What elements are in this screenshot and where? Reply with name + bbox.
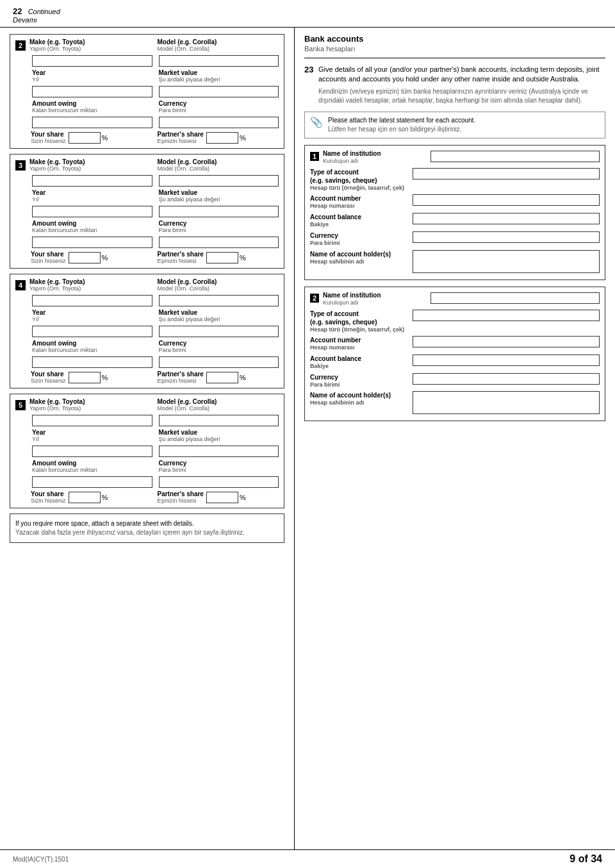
question-23-num: 23 (304, 65, 315, 74)
year-label-tr-2: Yıl (32, 76, 152, 83)
footer-code: Mod(IA)CY(T).1501 (13, 856, 69, 863)
your-share-label-4: Your share (31, 371, 66, 378)
year-input-2[interactable] (32, 86, 152, 97)
question-23-block: 23 Give details of all your (and/or your… (304, 65, 605, 105)
partners-share-label-5: Partner's share (158, 490, 204, 497)
bank-entry-2: 2 Name of institution Kuruluşun adı (304, 287, 605, 422)
model-label-tr-3: Model (Örn. Corolla) (158, 165, 279, 172)
partners-share-input-5[interactable] (206, 492, 238, 503)
currency-field-input-1[interactable] (413, 231, 600, 243)
institution-input-2[interactable] (430, 292, 600, 304)
note-text-tr: Lütfen her hesap için en son bildirgeyi … (328, 125, 475, 134)
amount-input-5[interactable] (32, 476, 152, 488)
your-share-input-5[interactable] (69, 492, 101, 503)
model-input-5[interactable] (159, 415, 279, 426)
your-share-field-4: Your share Sizin hisseniz % (31, 371, 152, 384)
your-share-label-tr-4: Sizin hisseniz (31, 378, 66, 384)
currency-row-2: Currency Para birimi (310, 373, 600, 389)
market-value-label-2: Market value (159, 69, 279, 76)
holder-label-tr-2: Hesap sahibinin adı (310, 399, 413, 407)
holder-input-2[interactable] (413, 391, 600, 414)
year-input-5[interactable] (32, 446, 152, 457)
vehicle-5-year-market: Year Yıl Market value Şu andaki piyasa d… (15, 429, 279, 442)
continued-label-tr: Devamı (13, 16, 37, 24)
currency-input-3[interactable] (159, 237, 279, 248)
account-type-input-1[interactable] (413, 168, 600, 179)
make-input-4[interactable] (32, 295, 152, 306)
footer-note: If you require more space, attach a sepa… (10, 513, 284, 543)
model-label-tr-5: Model (Örn. Corolla) (158, 405, 279, 412)
currency-field-input-2[interactable] (413, 373, 600, 385)
vehicle-4-make-model-inputs (15, 294, 279, 306)
currency-field-label-2: Currency (310, 374, 338, 381)
amount-input-3[interactable] (32, 237, 152, 248)
account-number-input-1[interactable] (413, 194, 600, 206)
partners-share-field-5: Partner's share Eşinizin hissesi % (158, 490, 279, 504)
your-share-input-4[interactable] (69, 372, 101, 383)
make-label-2: Make (e.g. Toyota) (29, 38, 151, 46)
partners-share-label-4: Partner's share (158, 371, 204, 378)
market-input-3[interactable] (159, 206, 279, 217)
question-23-text: Give details of all your (and/or your pa… (318, 65, 605, 85)
partners-share-input-4[interactable] (206, 372, 238, 383)
amount-input-4[interactable] (32, 356, 152, 368)
currency-row-1: Currency Para birimi (310, 231, 600, 247)
amount-input-2[interactable] (32, 117, 152, 128)
year-label-tr-3: Yıl (32, 196, 152, 203)
make-input-5[interactable] (32, 415, 152, 426)
account-balance-input-2[interactable] (413, 355, 600, 366)
section-divider (304, 58, 605, 58)
account-number-row-1: Account number Hesap numarası (310, 194, 600, 210)
your-share-field-3: Your share Sizin hisseniz % (31, 251, 152, 264)
footer-note-text-tr: Yazacak daha fazla yere ihtiyacınız vars… (15, 528, 279, 537)
your-share-input-2[interactable] (69, 132, 101, 144)
amount-label-2: Amount owing (32, 100, 152, 107)
vehicle-4-header: 4 Make (e.g. Toyota) Yapım (Örn. Toyota)… (15, 278, 279, 292)
account-number-input-2[interactable] (413, 336, 600, 347)
vehicle-block-5: 5 Make (e.g. Toyota) Yapım (Örn. Toyota)… (10, 394, 284, 508)
holder-input-1[interactable] (413, 250, 600, 273)
year-input-4[interactable] (32, 326, 152, 337)
model-input-4[interactable] (159, 295, 279, 306)
market-input-5[interactable] (159, 446, 279, 457)
currency-field-label-tr-2: Para birimi (310, 381, 413, 389)
currency-label-4: Currency (159, 340, 279, 347)
partners-share-field-2: Partner's share Eşinizin hissesi % (158, 131, 279, 144)
your-share-input-3[interactable] (69, 252, 101, 263)
year-label-3: Year (32, 189, 152, 196)
model-input-3[interactable] (159, 175, 279, 187)
account-balance-row-1: Account balance Bakiye (310, 213, 600, 229)
vehicle-2-make-model-inputs (15, 54, 279, 67)
question-23-wrap: 23 Give details of all your (and/or your… (304, 65, 605, 105)
account-number-label-1: Account number (310, 195, 361, 202)
make-input-3[interactable] (32, 175, 152, 187)
amount-label-tr-2: Kalan borcunuzun miktarı (32, 107, 152, 113)
currency-label-2: Currency (159, 100, 279, 107)
market-input-2[interactable] (159, 86, 279, 97)
model-input-2[interactable] (159, 55, 279, 67)
note-text: Please attach the latest statement for e… (328, 116, 475, 125)
year-label-tr-4: Yıl (32, 316, 152, 322)
vehicle-2-amount-currency-labels: Amount owing Kalan borcunuzun miktarı Cu… (15, 100, 279, 113)
market-input-4[interactable] (159, 326, 279, 337)
currency-input-2[interactable] (159, 117, 279, 128)
question-23-text-tr: Kendinizin (ve/veya eşinizin) tüm banka … (318, 87, 605, 105)
vehicle-3-make-model-inputs (15, 174, 279, 187)
institution-input-1[interactable] (430, 151, 600, 162)
partners-share-input-2[interactable] (206, 132, 238, 144)
currency-input-5[interactable] (159, 476, 279, 488)
currency-input-4[interactable] (159, 356, 279, 368)
footer-page-num: 9 of 34 (570, 853, 602, 865)
partners-share-input-3[interactable] (206, 252, 238, 263)
page-number-continued: 22 Continued Devamı (13, 6, 60, 24)
left-column: 2 Make (e.g. Toyota) Yapım (Örn. Toyota)… (0, 28, 295, 849)
right-header-empty (410, 6, 602, 24)
make-input-2[interactable] (32, 55, 152, 67)
partners-share-label-2: Partner's share (158, 131, 204, 138)
account-type-input-2[interactable] (413, 310, 600, 321)
account-balance-input-1[interactable] (413, 213, 600, 224)
main-content: 2 Make (e.g. Toyota) Yapım (Örn. Toyota)… (0, 28, 615, 849)
year-input-3[interactable] (32, 206, 152, 217)
account-number-row-2: Account number Hesap numarası (310, 336, 600, 352)
partners-share-label-tr-2: Eşinizin hissesi (158, 138, 204, 144)
